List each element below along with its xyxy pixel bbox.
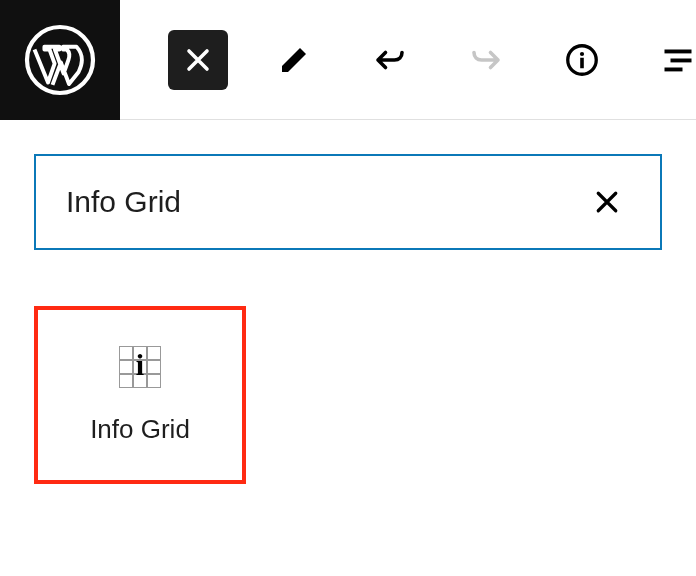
- block-search-input[interactable]: [66, 185, 584, 219]
- info-grid-block-icon: i: [119, 346, 161, 388]
- info-icon: [564, 42, 600, 78]
- toolbar-buttons-group: [120, 30, 696, 90]
- outline-button[interactable]: [648, 30, 696, 90]
- info-button[interactable]: [552, 30, 612, 90]
- wordpress-logo-box[interactable]: [0, 0, 120, 120]
- block-result-info-grid[interactable]: i Info Grid: [34, 306, 246, 484]
- clear-search-button[interactable]: [584, 179, 630, 225]
- close-inserter-button[interactable]: [168, 30, 228, 90]
- redo-icon: [468, 42, 504, 78]
- editor-toolbar: [0, 0, 696, 120]
- wordpress-logo-icon: [24, 24, 96, 96]
- undo-icon: [372, 42, 408, 78]
- svg-rect-6: [665, 67, 683, 71]
- svg-rect-4: [665, 49, 692, 53]
- outline-icon: [660, 42, 696, 78]
- block-result-label: Info Grid: [90, 414, 190, 445]
- edit-icon: [276, 42, 312, 78]
- svg-rect-3: [580, 57, 584, 68]
- redo-button[interactable]: [456, 30, 516, 90]
- block-search-box[interactable]: [34, 154, 662, 250]
- edit-button[interactable]: [264, 30, 324, 90]
- inserter-panel: i Info Grid: [0, 120, 696, 518]
- undo-button[interactable]: [360, 30, 420, 90]
- close-icon: [180, 42, 216, 78]
- clear-search-icon: [592, 187, 622, 217]
- svg-point-2: [580, 51, 584, 55]
- svg-rect-5: [671, 58, 692, 62]
